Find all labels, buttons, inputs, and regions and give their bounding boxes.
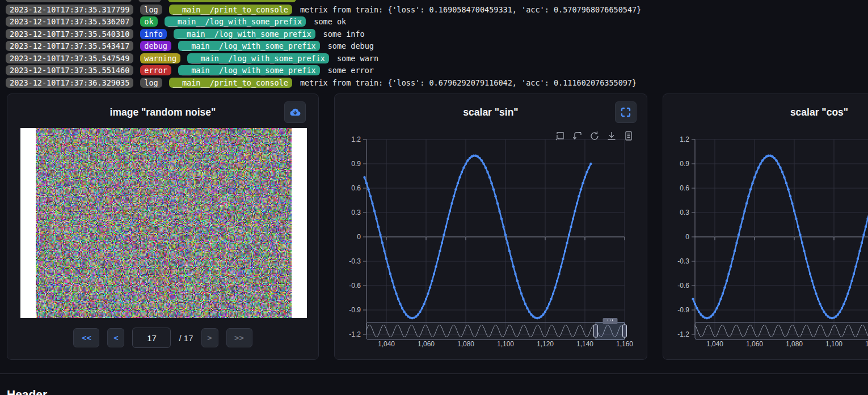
x-tick-label: 1,040 xyxy=(378,340,395,348)
y-tick-label: 1.2 xyxy=(680,135,689,143)
y-tick-label: -0.6 xyxy=(349,282,361,290)
log-message: some ok xyxy=(313,17,346,26)
prev-page-button[interactable]: < xyxy=(107,328,124,347)
toolbox-zoom-back-button[interactable] xyxy=(572,130,583,142)
datazoom-window[interactable] xyxy=(596,322,625,339)
x-tick-label: 1,080 xyxy=(457,340,474,348)
log-row: 2023-12-10T17:37:35.536207 ok __main__/l… xyxy=(6,16,346,27)
y-tick-label: 0.3 xyxy=(351,209,361,216)
save-image-icon xyxy=(606,130,617,142)
y-tick-label: -1.2 xyxy=(349,330,361,338)
x-tick-label: 1,100 xyxy=(497,340,514,348)
log-source-badge: __main__/log_with_some_prefix xyxy=(174,29,315,39)
log-level-badge: log xyxy=(140,78,162,88)
y-tick-label: -0.9 xyxy=(349,306,361,314)
y-tick-label: -1.2 xyxy=(677,330,689,338)
log-message: some error xyxy=(327,66,374,75)
log-source-badge xyxy=(168,0,296,2)
log-message: metrix from train: {'loss': 0.1690584700… xyxy=(299,5,641,14)
fullscreen-icon xyxy=(620,106,632,118)
log-level-badge: error xyxy=(140,65,171,75)
timestamp-badge: 2023-12-10T17:37:35.543417 xyxy=(6,41,133,51)
log-message: metrix from train: {'loss': 0.6796292079… xyxy=(299,78,637,87)
log-message: some warn xyxy=(336,54,378,63)
x-tick-label: 1,040 xyxy=(706,340,723,348)
timestamp-badge xyxy=(6,0,132,2)
toolbox-data-view-button[interactable] xyxy=(623,130,634,142)
log-level-badge: ok xyxy=(140,16,157,27)
toolbox-save-image-button[interactable] xyxy=(606,130,617,142)
scalar-cos-card: 1.20.90.60.30-0.3-0.6-0.9-1.21,0401,0601… xyxy=(663,94,868,360)
cos-chart-title: scalar "cos" xyxy=(663,107,868,118)
page-total-label: / 17 xyxy=(179,333,193,343)
timestamp-badge: 2023-12-10T17:37:35.317799 xyxy=(6,5,133,15)
log-level-badge: log xyxy=(140,5,162,15)
x-tick-label: 1,160 xyxy=(616,340,633,348)
log-console: 2023-12-10T17:37:35.317799 log __main__/… xyxy=(6,0,868,91)
datazoom-slider[interactable] xyxy=(695,318,868,339)
next-page-button[interactable]: > xyxy=(201,328,218,347)
image-card: image "random noise" << < / 17 > >> xyxy=(7,94,319,360)
y-tick-label: -0.9 xyxy=(677,306,689,314)
log-level-badge xyxy=(138,0,161,2)
log-message: some info xyxy=(322,29,365,39)
timestamp-badge: 2023-12-10T17:37:36.329035 xyxy=(6,78,133,88)
datazoom-handle-right[interactable] xyxy=(623,325,627,337)
zoom-select-icon xyxy=(555,130,566,142)
log-level-badge: warning xyxy=(140,53,180,63)
y-tick-label: -0.3 xyxy=(677,257,689,265)
x-tick-label: 1,120 xyxy=(865,340,868,348)
y-tick-label: -0.3 xyxy=(349,257,361,265)
image-pagination: << < / 17 > >> xyxy=(7,328,318,348)
y-tick-label: 0.3 xyxy=(680,209,689,216)
log-source-badge: __main__/log_with_some_prefix xyxy=(178,65,320,75)
y-tick-label: 0.9 xyxy=(351,160,361,168)
first-page-button[interactable]: << xyxy=(73,328,99,347)
cloud-download-button[interactable] xyxy=(284,101,306,123)
log-source-badge: __main__/log_with_some_prefix xyxy=(187,53,329,63)
log-row: 2023-12-10T17:37:35.540310 info __main__… xyxy=(6,29,365,39)
log-row: 2023-12-10T17:37:35.317799 log __main__/… xyxy=(6,5,641,15)
chart-toolbox xyxy=(555,130,634,142)
image-frame xyxy=(20,128,307,318)
log-row: 2023-12-10T17:37:35.547549 warning __mai… xyxy=(6,53,378,63)
bottom-section-heading: Header xyxy=(7,388,47,395)
zoom-back-icon xyxy=(572,130,583,142)
y-tick-label: 0.6 xyxy=(680,184,689,192)
data-view-icon xyxy=(623,130,634,142)
timestamp-badge: 2023-12-10T17:37:35.547549 xyxy=(6,53,133,63)
log-level-badge: info xyxy=(140,29,167,39)
random-noise-image xyxy=(36,128,292,318)
scalar-sin-card: 1.20.90.60.30-0.3-0.6-0.9-1.21,0401,0601… xyxy=(334,94,647,360)
log-level-badge: debug xyxy=(140,41,171,51)
x-tick-label: 1,100 xyxy=(825,340,842,348)
toolbox-zoom-select-button[interactable] xyxy=(555,130,566,142)
timestamp-badge: 2023-12-10T17:37:35.536207 xyxy=(6,16,133,27)
sin-chart-title: scalar "sin" xyxy=(335,107,647,118)
log-row-partial xyxy=(6,0,296,2)
x-tick-label: 1,080 xyxy=(786,340,803,348)
toolbox-restore-button[interactable] xyxy=(589,130,600,142)
cloud-download-icon xyxy=(289,106,301,118)
timestamp-badge: 2023-12-10T17:37:35.540310 xyxy=(6,29,133,39)
section-divider xyxy=(0,373,868,374)
x-tick-label: 1,060 xyxy=(746,340,763,348)
x-tick-label: 1,120 xyxy=(537,340,554,348)
scalar-cos-chart[interactable]: 1.20.90.60.30-0.3-0.6-0.9-1.21,0401,0601… xyxy=(663,94,868,360)
timestamp-badge: 2023-12-10T17:37:35.551460 xyxy=(6,65,133,75)
fullscreen-button[interactable] xyxy=(615,101,637,123)
log-source-badge: __main__/log_with_some_prefix xyxy=(178,41,320,51)
image-card-title: image "random noise" xyxy=(7,107,318,118)
y-tick-label: 0 xyxy=(685,233,689,241)
log-row: 2023-12-10T17:37:35.551460 error __main_… xyxy=(6,65,374,75)
last-page-button[interactable]: >> xyxy=(226,328,252,347)
log-row: 2023-12-10T17:37:36.329035 log __main__/… xyxy=(6,78,637,88)
datazoom-handle-left[interactable] xyxy=(594,325,598,337)
log-source-badge: __main__/print_to_console xyxy=(169,5,292,15)
restore-icon xyxy=(589,130,600,142)
log-row: 2023-12-10T17:37:35.543417 debug __main_… xyxy=(6,41,374,51)
y-tick-label: 0.9 xyxy=(680,160,689,168)
page-number-input[interactable] xyxy=(132,328,171,348)
x-tick-label: 1,140 xyxy=(576,340,593,348)
datazoom-slider[interactable] xyxy=(366,318,627,339)
